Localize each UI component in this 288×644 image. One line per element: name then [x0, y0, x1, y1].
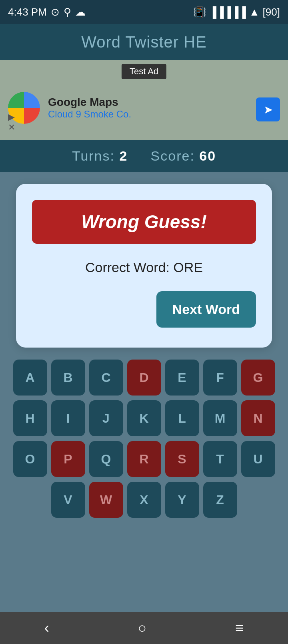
title-bar: Word Twister HE [0, 24, 288, 60]
keyboard: ABCDEFGHIJKLMNOPQRSTUVWXYZ [6, 360, 282, 518]
wrong-guess-banner: Wrong Guess! [32, 200, 256, 244]
key-v[interactable]: V [51, 482, 85, 518]
keyboard-row-2: OPQRSTU [6, 441, 282, 477]
key-z[interactable]: Z [203, 482, 237, 518]
back-button[interactable]: ‹ [44, 620, 49, 636]
key-e[interactable]: E [165, 360, 199, 396]
keyboard-row-1: HIJKLMN [6, 400, 282, 436]
key-s[interactable]: S [165, 441, 199, 477]
key-p[interactable]: P [51, 441, 85, 477]
next-word-button[interactable]: Next Word [156, 291, 256, 328]
key-g[interactable]: G [241, 360, 275, 396]
test-ad-label: Test Ad [122, 64, 166, 79]
key-d[interactable]: D [127, 360, 161, 396]
ad-close-icon[interactable]: ✕ [8, 123, 15, 132]
ad-nav-icon[interactable]: ➤ [256, 97, 280, 121]
key-w[interactable]: W [89, 482, 123, 518]
ad-play-icon[interactable]: ▶ [8, 113, 15, 121]
turns-label: Turns: [72, 148, 115, 163]
score-value: 60 [199, 148, 216, 163]
nav-bar: ‹ ○ ≡ [0, 612, 288, 644]
whatsapp-icon: ⊙ [51, 6, 60, 18]
key-x[interactable]: X [127, 482, 161, 518]
menu-button[interactable]: ≡ [235, 620, 244, 636]
ad-text-block: Google Maps Cloud 9 Smoke Co. [48, 96, 131, 120]
battery-icon: [90] [263, 6, 280, 18]
score-label: Score: [151, 148, 195, 163]
key-q[interactable]: Q [89, 441, 123, 477]
key-h[interactable]: H [13, 400, 47, 436]
status-time: 4:43 PM [8, 6, 47, 18]
status-right: 📳 ▐▐▐▐▐ ▲ [90] [193, 6, 280, 18]
turns-value: 2 [119, 148, 128, 163]
key-b[interactable]: B [51, 360, 85, 396]
score-bar: Turns: 2 Score: 60 [0, 140, 288, 172]
key-c[interactable]: C [89, 360, 123, 396]
keyboard-row-3: VWXYZ [6, 482, 282, 518]
status-left: 4:43 PM ⊙ ⚲ ☁ [8, 6, 86, 18]
key-l[interactable]: L [165, 400, 199, 436]
home-button[interactable]: ○ [138, 620, 147, 636]
key-m[interactable]: M [203, 400, 237, 436]
ad-controls[interactable]: ▶ ✕ [8, 113, 15, 132]
ad-banner[interactable]: Test Ad Google Maps Cloud 9 Smoke Co. ➤ … [0, 60, 288, 140]
key-y[interactable]: Y [165, 482, 199, 518]
cloud-icon: ☁ [75, 6, 86, 18]
signal-icon: ▐▐▐▐▐ [209, 6, 246, 18]
key-o[interactable]: O [13, 441, 47, 477]
result-card: Wrong Guess! Correct Word: ORE Next Word [16, 184, 272, 348]
wifi-icon: ▲ [249, 6, 260, 18]
status-bar: 4:43 PM ⊙ ⚲ ☁ 📳 ▐▐▐▐▐ ▲ [90] [0, 0, 288, 24]
keyboard-row-0: ABCDEFG [6, 360, 282, 396]
correct-word-text: Correct Word: ORE [32, 260, 256, 275]
key-i[interactable]: I [51, 400, 85, 436]
ad-sub-text: Cloud 9 Smoke Co. [48, 109, 131, 120]
btn-row: Next Word [32, 291, 256, 328]
app-title: Word Twister HE [81, 33, 207, 51]
key-j[interactable]: J [89, 400, 123, 436]
wrong-guess-text: Wrong Guess! [81, 211, 207, 232]
key-n[interactable]: N [241, 400, 275, 436]
key-a[interactable]: A [13, 360, 47, 396]
score-text: Turns: 2 Score: 60 [72, 148, 216, 164]
key-k[interactable]: K [127, 400, 161, 436]
key-r[interactable]: R [127, 441, 161, 477]
usb-icon: ⚲ [64, 6, 71, 18]
ad-company-name: Google Maps [48, 96, 131, 109]
key-t[interactable]: T [203, 441, 237, 477]
vibrate-icon: 📳 [193, 6, 206, 18]
key-u[interactable]: U [241, 441, 275, 477]
key-f[interactable]: F [203, 360, 237, 396]
